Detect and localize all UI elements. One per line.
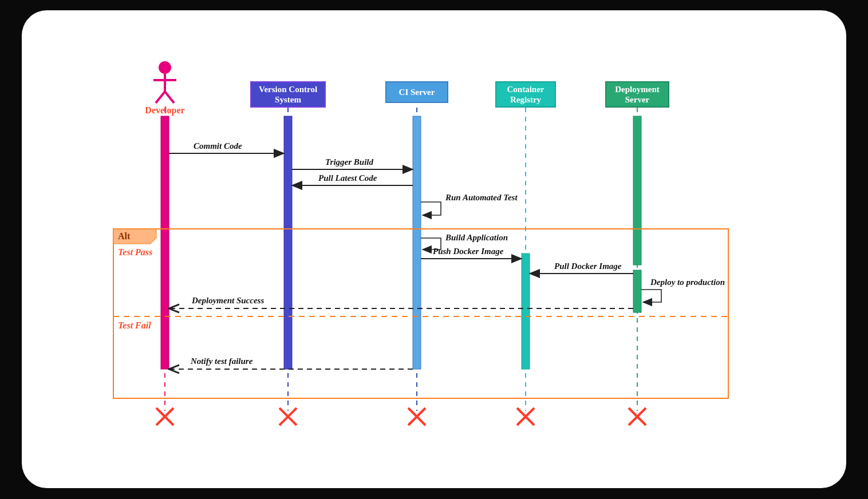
svg-line-14 — [165, 92, 174, 103]
deploy-activation-1 — [633, 116, 641, 265]
registry-header: Container Registry — [496, 82, 555, 107]
msg-pullcode: Pull Latest Code — [318, 173, 377, 183]
msg-deploy: Deploy to production — [650, 278, 725, 287]
msg-runtest: Run Automated Test — [445, 193, 518, 202]
deploy-header: Deployment Server — [606, 82, 669, 107]
deploy-label-1: Deployment — [615, 85, 660, 94]
msg-pushimg: Push Docker Image — [433, 247, 504, 256]
vcs-header: Version Control System — [251, 82, 325, 107]
registry-label-2: Registry — [510, 95, 542, 104]
ci-label: CI Server — [399, 88, 435, 97]
msg-failnote: Notify test failure — [190, 357, 253, 366]
ci-header: CI Server — [386, 82, 448, 102]
msg-commit: Commit Code — [194, 141, 242, 151]
alt-title: Alt — [118, 231, 131, 241]
deploy-activation-2 — [633, 270, 641, 312]
msg-runtest-arrow — [421, 202, 441, 215]
alt-case-fail: Test Fail — [118, 320, 151, 330]
msg-trigger: Trigger Build — [325, 157, 374, 167]
msg-deploy-arrow — [641, 290, 661, 302]
ci-activation — [413, 116, 421, 369]
alt-case-pass: Test Pass — [118, 247, 152, 257]
developer-activation — [161, 116, 169, 369]
sequence-diagram: Developer Version Control System CI Serv… — [22, 10, 846, 488]
terminators — [156, 408, 646, 425]
svg-line-13 — [156, 92, 165, 103]
developer-label: Developer — [145, 105, 184, 116]
deploy-label-2: Server — [625, 95, 650, 104]
vcs-activation — [284, 116, 292, 369]
diagram-card: Developer Version Control System CI Serv… — [22, 10, 846, 488]
registry-label-1: Container — [507, 85, 545, 94]
msg-success: Deployment Success — [191, 296, 264, 305]
vcs-label-1: Version Control — [259, 85, 317, 94]
msg-pullimg: Pull Docker Image — [554, 262, 622, 271]
msg-buildapp: Build Application — [445, 233, 508, 242]
svg-point-10 — [159, 61, 171, 74]
vcs-label-2: System — [275, 95, 301, 104]
developer-actor: Developer — [145, 61, 184, 116]
registry-activation — [522, 254, 530, 369]
